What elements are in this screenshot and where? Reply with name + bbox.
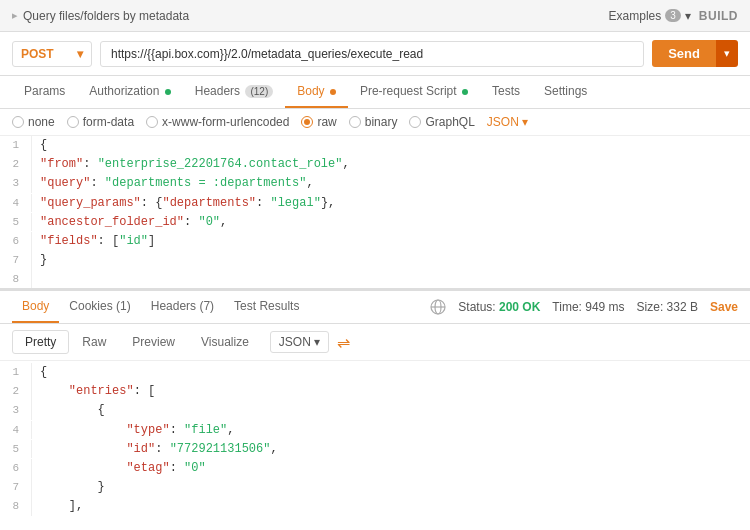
radio-raw[interactable]: raw <box>301 115 336 129</box>
req-line-7: 7 } <box>0 251 750 270</box>
resp-line-7: 7 } <box>0 478 750 497</box>
radio-urlencoded-circle <box>146 116 158 128</box>
response-editor: 1 { 2 "entries": [ 3 { 4 "type": "file",… <box>0 361 750 516</box>
send-dropdown-button[interactable]: ▾ <box>716 40 738 67</box>
radio-binary[interactable]: binary <box>349 115 398 129</box>
resp-tab-body[interactable]: Body <box>12 291 59 323</box>
radio-graphql[interactable]: GraphQL <box>409 115 474 129</box>
response-tabs-left: Body Cookies (1) Headers (7) Test Result… <box>12 291 309 323</box>
auth-dot <box>165 89 171 95</box>
resp-sub-tab-raw[interactable]: Raw <box>69 330 119 354</box>
globe-icon <box>430 299 446 315</box>
body-format-chevron-icon: ▾ <box>522 115 528 129</box>
resp-format-label: JSON <box>279 335 311 349</box>
resp-line-6: 6 "etag": "0" <box>0 459 750 478</box>
build-button[interactable]: BUILD <box>699 9 738 23</box>
request-tabs: Params Authorization Headers (12) Body P… <box>0 76 750 109</box>
send-button-group: Send ▾ <box>652 40 738 67</box>
top-bar-actions: Examples 3 ▾ BUILD <box>609 9 738 23</box>
resp-tab-headers[interactable]: Headers (7) <box>141 291 224 323</box>
radio-formdata-label: form-data <box>83 115 134 129</box>
tab-params[interactable]: Params <box>12 76 77 108</box>
examples-label: Examples <box>609 9 662 23</box>
resp-format-chevron-icon: ▾ <box>314 335 320 349</box>
status-label: Status: 200 OK <box>458 300 540 314</box>
req-line-6: 6 "fields": ["id"] <box>0 232 750 251</box>
radio-urlencoded[interactable]: x-www-form-urlencoded <box>146 115 289 129</box>
url-bar: POST ▾ Send ▾ <box>0 32 750 76</box>
time-value: 949 ms <box>585 300 624 314</box>
req-line-3: 3 "query": "departments = :departments", <box>0 174 750 193</box>
resp-line-5: 5 "id": "772921131506", <box>0 440 750 459</box>
req-line-8: 8 <box>0 270 750 289</box>
response-status-bar: Status: 200 OK Time: 949 ms Size: 332 B … <box>430 299 738 315</box>
resp-tab-test-results[interactable]: Test Results <box>224 291 309 323</box>
resp-sub-tab-preview[interactable]: Preview <box>119 330 188 354</box>
top-bar: ▸ Query files/folders by metadata Exampl… <box>0 0 750 32</box>
url-input[interactable] <box>100 41 644 67</box>
save-button[interactable]: Save <box>710 300 738 314</box>
radio-binary-circle <box>349 116 361 128</box>
response-sub-tabs: Pretty Raw Preview Visualize JSON ▾ ⇌ <box>0 324 750 361</box>
headers-badge: (12) <box>245 85 273 98</box>
resp-line-3: 3 { <box>0 401 750 420</box>
resp-line-1: 1 { <box>0 363 750 382</box>
resp-line-4: 4 "type": "file", <box>0 421 750 440</box>
req-line-2: 2 "from": "enterprise_22201764.contact_r… <box>0 155 750 174</box>
resp-format-dropdown[interactable]: JSON ▾ <box>270 331 329 353</box>
tab-settings[interactable]: Settings <box>532 76 599 108</box>
radio-formdata[interactable]: form-data <box>67 115 134 129</box>
examples-button[interactable]: Examples 3 ▾ <box>609 9 691 23</box>
page-title: ▸ Query files/folders by metadata <box>12 9 189 23</box>
method-select[interactable]: POST ▾ <box>12 41 92 67</box>
radio-formdata-circle <box>67 116 79 128</box>
size-value: 332 B <box>667 300 698 314</box>
tab-body[interactable]: Body <box>285 76 348 108</box>
method-label: POST <box>21 47 54 61</box>
radio-raw-label: raw <box>317 115 336 129</box>
method-chevron-icon: ▾ <box>77 47 83 61</box>
radio-none-circle <box>12 116 24 128</box>
radio-urlencoded-label: x-www-form-urlencoded <box>162 115 289 129</box>
req-line-4: 4 "query_params": {"departments": "legal… <box>0 194 750 213</box>
resp-line-2: 2 "entries": [ <box>0 382 750 401</box>
tab-authorization[interactable]: Authorization <box>77 76 182 108</box>
resp-sub-tab-pretty[interactable]: Pretty <box>12 330 69 354</box>
body-dot <box>330 89 336 95</box>
chevron-down-icon: ▾ <box>685 9 691 23</box>
examples-badge: 3 <box>665 9 681 22</box>
body-format-label: JSON <box>487 115 519 129</box>
size-label: Size: 332 B <box>637 300 698 314</box>
time-label: Time: 949 ms <box>552 300 624 314</box>
radio-none[interactable]: none <box>12 115 55 129</box>
radio-none-label: none <box>28 115 55 129</box>
radio-raw-circle <box>301 116 313 128</box>
resp-line-8: 8 ], <box>0 497 750 516</box>
body-type-bar: none form-data x-www-form-urlencoded raw… <box>0 109 750 136</box>
status-value: 200 OK <box>499 300 540 314</box>
tab-tests[interactable]: Tests <box>480 76 532 108</box>
title-text: Query files/folders by metadata <box>23 9 189 23</box>
request-editor[interactable]: 1 { 2 "from": "enterprise_22201764.conta… <box>0 136 750 291</box>
response-tabs-bar: Body Cookies (1) Headers (7) Test Result… <box>0 291 750 324</box>
req-line-1: 1 { <box>0 136 750 155</box>
body-format-dropdown[interactable]: JSON ▾ <box>487 115 528 129</box>
prerequest-dot <box>462 89 468 95</box>
resp-lines-icon[interactable]: ⇌ <box>337 333 350 352</box>
radio-graphql-label: GraphQL <box>425 115 474 129</box>
req-line-5: 5 "ancestor_folder_id": "0", <box>0 213 750 232</box>
resp-sub-tab-visualize[interactable]: Visualize <box>188 330 262 354</box>
radio-binary-label: binary <box>365 115 398 129</box>
tab-prerequest[interactable]: Pre-request Script <box>348 76 480 108</box>
tab-headers[interactable]: Headers (12) <box>183 76 286 108</box>
radio-graphql-circle <box>409 116 421 128</box>
folder-icon: ▸ <box>12 9 18 22</box>
resp-tab-cookies[interactable]: Cookies (1) <box>59 291 140 323</box>
send-button[interactable]: Send <box>652 40 716 67</box>
